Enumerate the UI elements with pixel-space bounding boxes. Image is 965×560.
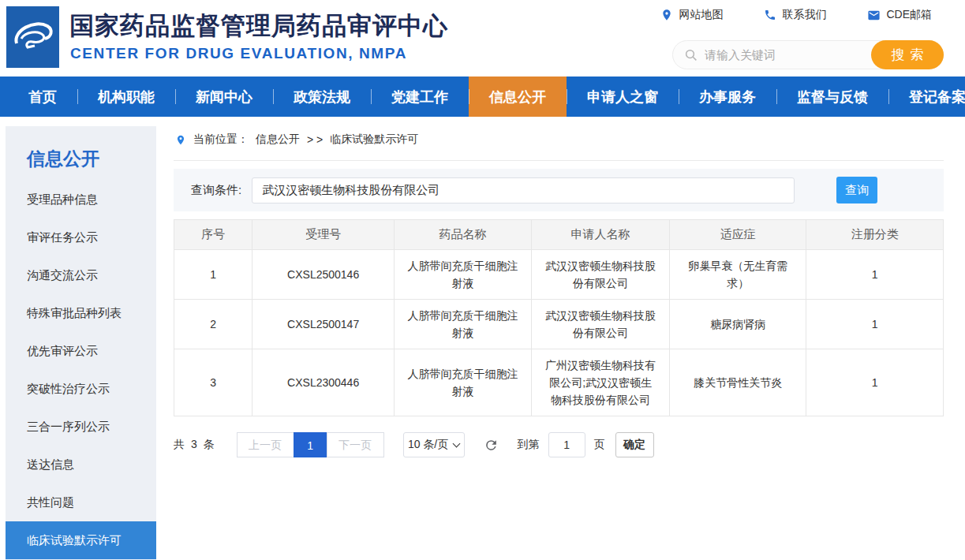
breadcrumb-prefix: 当前位置： bbox=[193, 133, 249, 147]
cell-acceptance-no: CXSL2300446 bbox=[252, 349, 394, 416]
refresh-icon[interactable] bbox=[484, 438, 499, 453]
nav-item-policy[interactable]: 政策法规 bbox=[273, 77, 371, 117]
col-applicant-name: 申请人名称 bbox=[532, 220, 670, 250]
sidebar-item-special-approval-list[interactable]: 特殊审批品种列表 bbox=[6, 294, 156, 332]
sitemap-label: 网站地图 bbox=[679, 8, 723, 22]
mail-icon bbox=[867, 9, 881, 22]
query-panel: 查询条件: 查询 bbox=[174, 169, 944, 211]
table-header-row: 序号 受理号 药品名称 申请人名称 适应症 注册分类 bbox=[174, 220, 944, 250]
cell-indication: 卵巢早衰（无生育需求） bbox=[669, 250, 806, 300]
sidebar-item-breakthrough-therapy[interactable]: 突破性治疗公示 bbox=[6, 370, 156, 408]
query-input[interactable] bbox=[252, 177, 795, 203]
site-title: 国家药品监督管理局药品审评中心 bbox=[69, 9, 448, 43]
query-label: 查询条件: bbox=[191, 183, 241, 198]
col-index: 序号 bbox=[174, 220, 252, 250]
chevron-down-icon bbox=[453, 439, 461, 447]
col-acceptance-no: 受理号 bbox=[252, 220, 394, 250]
nav-item-supervision-feedback[interactable]: 监督与反馈 bbox=[776, 77, 888, 117]
sidebar-item-priority-review[interactable]: 优先审评公示 bbox=[6, 332, 156, 370]
cell-registration-category: 1 bbox=[806, 349, 944, 416]
nav-item-organization[interactable]: 机构职能 bbox=[77, 77, 175, 117]
site-search: 搜索 bbox=[672, 40, 944, 69]
goto-page-input[interactable] bbox=[548, 432, 585, 457]
cell-indication: 膝关节骨性关节炎 bbox=[669, 349, 806, 416]
prev-page-button[interactable]: 上一页 bbox=[237, 432, 294, 457]
mailbox-link[interactable]: CDE邮箱 bbox=[867, 8, 932, 22]
col-registration-category: 注册分类 bbox=[806, 220, 944, 250]
sidebar-title: 信息公开 bbox=[6, 126, 156, 181]
top-links: 网站地图 联系我们 CDE邮箱 bbox=[660, 8, 932, 22]
table-row: 3 CXSL2300446 人脐带间充质干细胞注射液 广州汉密顿生物科技有限公司… bbox=[174, 349, 944, 416]
cell-applicant-name: 武汉汉密顿生物科技股份有限公司 bbox=[532, 250, 670, 300]
nav-item-info-disclosure[interactable]: 信息公开 bbox=[469, 77, 567, 117]
cde-logo bbox=[6, 6, 59, 68]
location-pin-icon bbox=[175, 133, 186, 147]
cell-drug-name: 人脐带间充质干细胞注射液 bbox=[394, 349, 532, 416]
main-content: 当前位置： 信息公开 > > 临床试验默示许可 查询条件: 查询 序号 受理号 … bbox=[174, 126, 944, 457]
cell-acceptance-no: CXSL2500147 bbox=[252, 300, 394, 349]
results-table: 序号 受理号 药品名称 申请人名称 适应症 注册分类 1 CXSL2500146… bbox=[174, 219, 944, 416]
cell-index: 3 bbox=[174, 349, 252, 416]
cell-drug-name: 人脐带间充质干细胞注射液 bbox=[394, 300, 532, 349]
sidebar-item-delivery-info[interactable]: 送达信息 bbox=[6, 446, 156, 483]
sitemap-link[interactable]: 网站地图 bbox=[660, 8, 723, 22]
confirm-button[interactable]: 确定 bbox=[615, 432, 654, 457]
phone-icon bbox=[764, 9, 776, 21]
nav-item-news[interactable]: 新闻中心 bbox=[175, 77, 273, 117]
map-pin-icon bbox=[660, 9, 673, 21]
breadcrumb-section[interactable]: 信息公开 bbox=[256, 133, 300, 147]
goto-page-label: 到第 bbox=[518, 438, 540, 452]
pagination: 共 3 条 上一页 1 下一页 10 条/页 到第 页 确定 bbox=[174, 432, 944, 457]
site-header: 国家药品监督管理局药品审评中心 CENTER FOR DRUG EVALUATI… bbox=[0, 0, 965, 77]
sidebar-item-accepted-varieties[interactable]: 受理品种信息 bbox=[6, 181, 156, 218]
nav-item-applicant-window[interactable]: 申请人之窗 bbox=[567, 77, 679, 117]
breadcrumb: 当前位置： 信息公开 > > 临床试验默示许可 bbox=[174, 126, 944, 161]
search-icon bbox=[684, 48, 698, 62]
cell-index: 2 bbox=[174, 300, 252, 349]
cell-registration-category: 1 bbox=[806, 300, 944, 349]
cell-acceptance-no: CXSL2500146 bbox=[252, 250, 394, 300]
query-button[interactable]: 查询 bbox=[836, 177, 877, 203]
contact-label: 联系我们 bbox=[782, 8, 826, 22]
sidebar-item-three-in-one[interactable]: 三合一序列公示 bbox=[6, 408, 156, 446]
nav-item-home[interactable]: 首页 bbox=[8, 77, 77, 117]
page-body: 信息公开 受理品种信息 审评任务公示 沟通交流公示 特殊审批品种列表 优先审评公… bbox=[0, 117, 965, 560]
nav-item-services[interactable]: 办事服务 bbox=[679, 77, 776, 117]
sidebar-item-communication[interactable]: 沟通交流公示 bbox=[6, 256, 156, 294]
search-button[interactable]: 搜索 bbox=[871, 40, 944, 69]
cell-indication: 糖尿病肾病 bbox=[669, 300, 806, 349]
table-row: 1 CXSL2500146 人脐带间充质干细胞注射液 武汉汉密顿生物科技股份有限… bbox=[174, 250, 944, 300]
sidebar-item-common-issues[interactable]: 共性问题 bbox=[6, 483, 156, 521]
nav-item-registration-platform[interactable]: 登记备案平台 bbox=[888, 77, 965, 117]
breadcrumb-separator: > > bbox=[307, 133, 323, 146]
search-input[interactable] bbox=[698, 48, 871, 62]
table-row: 2 CXSL2500147 人脐带间充质干细胞注射液 武汉汉密顿生物科技股份有限… bbox=[174, 300, 944, 349]
nav-item-party-building[interactable]: 党建工作 bbox=[371, 77, 469, 117]
cell-applicant-name: 广州汉密顿生物科技有限公司;武汉汉密顿生物科技股份有限公司 bbox=[532, 349, 670, 416]
main-nav: 首页 机构职能 新闻中心 政策法规 党建工作 信息公开 申请人之窗 办事服务 监… bbox=[0, 77, 965, 117]
breadcrumb-current[interactable]: 临床试验默示许可 bbox=[330, 133, 418, 147]
cell-drug-name: 人脐带间充质干细胞注射液 bbox=[394, 250, 532, 300]
sidebar-item-clinical-trial-implied-license[interactable]: 临床试验默示许可 bbox=[6, 521, 156, 559]
col-drug-name: 药品名称 bbox=[394, 220, 532, 250]
sidebar: 信息公开 受理品种信息 审评任务公示 沟通交流公示 特殊审批品种列表 优先审评公… bbox=[6, 126, 156, 560]
goto-page-unit: 页 bbox=[594, 438, 605, 452]
col-indication: 适应症 bbox=[669, 220, 806, 250]
next-page-button[interactable]: 下一页 bbox=[327, 432, 384, 457]
page-size-select[interactable]: 10 条/页 bbox=[403, 432, 465, 457]
sidebar-item-review-tasks[interactable]: 审评任务公示 bbox=[6, 218, 156, 256]
page-size-value: 10 条/页 bbox=[408, 438, 448, 452]
mailbox-label: CDE邮箱 bbox=[886, 8, 932, 22]
page-number-button[interactable]: 1 bbox=[294, 432, 327, 457]
site-subtitle: CENTER FOR DRUG EVALUATION, NMPA bbox=[70, 45, 407, 62]
contact-link[interactable]: 联系我们 bbox=[764, 8, 826, 22]
cell-index: 1 bbox=[174, 250, 252, 300]
cell-applicant-name: 武汉汉密顿生物科技股份有限公司 bbox=[532, 300, 670, 349]
cell-registration-category: 1 bbox=[806, 250, 944, 300]
total-count: 共 3 条 bbox=[174, 438, 216, 452]
